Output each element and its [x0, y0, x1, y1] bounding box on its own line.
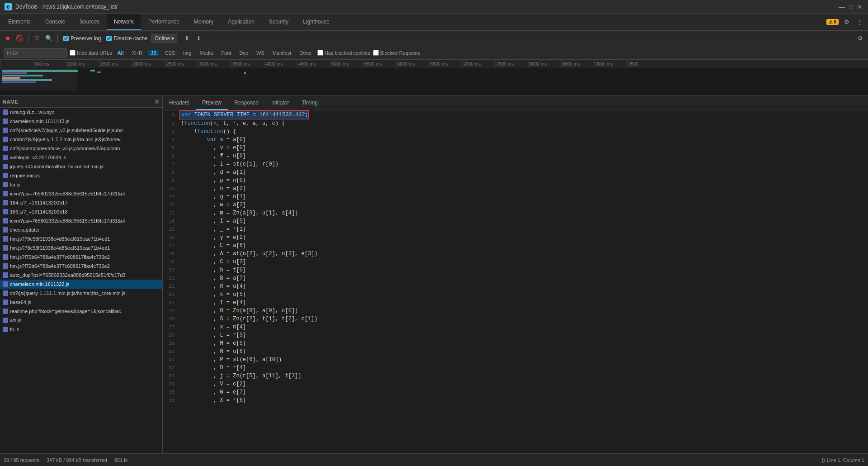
- line-content: , P = st(e[6], a[10]): [179, 356, 282, 364]
- file-item[interactable]: icvm?psi=765802332ea888d95615e51f6fc17d3…: [0, 216, 162, 225]
- svg-rect-9: [0, 68, 77, 90]
- tick-4500: 4500 ms: [297, 60, 316, 68]
- file-item[interactable]: 164.js?_=1611413200517: [0, 198, 162, 207]
- file-item[interactable]: wh.js: [0, 316, 162, 325]
- export-button[interactable]: ⬇: [193, 33, 203, 43]
- filter-all[interactable]: All: [115, 50, 127, 56]
- file-item[interactable]: realtime.php?block=getnews&page=1&jsonca…: [0, 307, 162, 316]
- disable-cache-label[interactable]: Disable cache: [104, 34, 149, 43]
- file-item[interactable]: chameleon.min.1611413.js: [0, 117, 162, 126]
- tick-3500: 3500 ms: [231, 60, 250, 68]
- tab-initiator[interactable]: Initiator: [265, 96, 295, 110]
- file-item[interactable]: rutalog.kLz...vuuoyo: [0, 108, 162, 117]
- file-item-name: tip.js: [10, 182, 20, 187]
- filter-ws[interactable]: WS: [254, 50, 267, 56]
- filter-xhr[interactable]: XHR: [129, 50, 145, 56]
- filter-img[interactable]: Img: [180, 50, 194, 56]
- more-icon[interactable]: ⋮: [855, 17, 864, 27]
- line-number: 4: [163, 136, 179, 144]
- filter-js[interactable]: JS: [148, 50, 159, 56]
- tab-console[interactable]: Console: [38, 14, 72, 30]
- table-row: 10 , h = a[2]: [163, 185, 868, 193]
- disable-cache-checkbox[interactable]: [106, 36, 112, 41]
- file-item[interactable]: auto_dup?psi=765802332ea888d95615e51f6fc…: [0, 271, 162, 280]
- cursor-position: {} Line 1, Column 1: [821, 457, 864, 463]
- file-item[interactable]: hm.js?f79b64788a4e377c608617fba4c736e2: [0, 262, 162, 271]
- file-item[interactable]: hm.js?78c58f01938e4d85eaf619eae71b4ed1: [0, 243, 162, 252]
- file-icon: [3, 236, 8, 242]
- filter-media[interactable]: Media: [197, 50, 216, 56]
- file-item[interactable]: combo?js/&jquery-1.7.2.min.js&ta.min.js&…: [0, 135, 162, 144]
- tab-sources[interactable]: Sources: [72, 14, 107, 30]
- line-content: , b = t[0]: [179, 266, 246, 274]
- filter-css[interactable]: CSS: [162, 50, 178, 56]
- file-item-name: cb?/js/jquery-1.111.1.min.js;js/home/;th…: [10, 290, 127, 296]
- tab-elements[interactable]: Elements: [1, 14, 38, 30]
- tab-lighthouse[interactable]: Lighthouse: [296, 14, 337, 30]
- file-icon: [3, 200, 8, 205]
- tab-security[interactable]: Security: [262, 14, 296, 30]
- file-icon: [3, 263, 8, 269]
- search-button[interactable]: 🔍: [44, 33, 54, 43]
- file-item[interactable]: base64.js: [0, 298, 162, 307]
- tab-application[interactable]: Application: [221, 14, 262, 30]
- file-item-name: hm.js?78c58f01938e4d85eaf619eae71b4ed1: [10, 236, 110, 242]
- file-item[interactable]: tip.js: [0, 180, 162, 189]
- has-blocked-cookies-checkbox[interactable]: Has blocked cookies: [317, 50, 370, 56]
- tab-response[interactable]: Response: [228, 96, 265, 110]
- maximize-button[interactable]: □: [847, 4, 854, 10]
- file-item[interactable]: icvm?psi=765802332ea888d95615e51f6fc17d3…: [0, 189, 162, 198]
- preserve-log-checkbox[interactable]: [63, 36, 69, 41]
- tab-headers[interactable]: Headers: [163, 96, 196, 110]
- tab-performance[interactable]: Performance: [141, 14, 187, 30]
- line-content: , I = a[5]: [179, 217, 246, 225]
- minimize-button[interactable]: —: [838, 4, 845, 10]
- line-content: , l = st(e[1], r[0]): [179, 160, 278, 168]
- code-view[interactable]: 1var TOKEN_SERVER_TIME = 1611411532.442;…: [163, 110, 868, 453]
- filter-font[interactable]: Font: [218, 50, 234, 56]
- tab-network[interactable]: Network: [107, 14, 141, 30]
- file-item[interactable]: chameleon.min.1611322.js: [0, 280, 162, 289]
- file-item[interactable]: cb?/js/article/v7/;login_v3.js;sub/headG…: [0, 126, 162, 135]
- filter-other[interactable]: Other: [297, 50, 315, 56]
- file-icon: [3, 209, 8, 214]
- file-item[interactable]: checkupdate/: [0, 225, 162, 234]
- tab-preview[interactable]: Preview: [196, 96, 228, 110]
- file-icon: [3, 327, 8, 332]
- file-item[interactable]: hm.js?78c58f01938e4d85eaf619eae71b4ed1: [0, 234, 162, 243]
- tick-7000: 7000 ms: [462, 60, 481, 68]
- tab-memory[interactable]: Memory: [187, 14, 221, 30]
- file-item[interactable]: fb.js: [0, 325, 162, 334]
- line-number: 26: [163, 315, 179, 323]
- filter-input[interactable]: [4, 48, 67, 57]
- network-toolbar: ⏺ 🚫 ▽ 🔍 Preserve log Disable cache Onlin…: [0, 31, 868, 46]
- file-item-name: hm.js?f79b64788a4e377c608617fba4c736e2: [10, 263, 110, 269]
- file-item[interactable]: require.min.js: [0, 171, 162, 180]
- online-dropdown[interactable]: Online ▾: [151, 34, 178, 43]
- file-item[interactable]: hm.js?f79b64788a4e377c608617fba4c736e2: [0, 252, 162, 262]
- blocked-requests-checkbox[interactable]: Blocked Requests: [373, 50, 420, 56]
- record-button[interactable]: ⏺: [3, 33, 13, 43]
- file-item[interactable]: jquery.mCustomScrollbar_fix.concat.min.j…: [0, 162, 162, 171]
- line-content: , M = e[5]: [179, 339, 246, 347]
- tick-8000: 8000 ms: [528, 60, 547, 68]
- clear-button[interactable]: 🚫: [14, 33, 24, 43]
- close-button[interactable]: ✕: [856, 4, 863, 10]
- file-list-close-icon[interactable]: ✕: [154, 98, 160, 105]
- settings-icon[interactable]: ⚙: [842, 17, 851, 27]
- table-row: 8 , d = a[1]: [163, 168, 868, 176]
- line-content: , d = a[1]: [179, 168, 246, 176]
- import-button[interactable]: ⬆: [182, 33, 192, 43]
- filter-icon[interactable]: ▽: [32, 33, 42, 43]
- file-item[interactable]: cb?/js/component/face_v3.js;/js/home/v5/…: [0, 144, 162, 153]
- file-item[interactable]: weblogin_v3.20170609.js: [0, 153, 162, 162]
- tab-timing[interactable]: Timing: [295, 96, 324, 110]
- filter-doc[interactable]: Doc: [236, 50, 251, 56]
- hide-data-urls-checkbox[interactable]: Hide data URLs: [70, 50, 112, 56]
- file-item[interactable]: 166.js?_=1611413200518: [0, 207, 162, 216]
- file-item[interactable]: cb?/js/jquery-1.111.1.min.js;js/home/;th…: [0, 289, 162, 298]
- filter-manifest[interactable]: Manifest: [270, 50, 294, 56]
- preserve-log-label[interactable]: Preserve log: [61, 34, 103, 43]
- settings-end-icon[interactable]: ⚙: [855, 33, 865, 43]
- line-content: , C = u[3]: [179, 258, 246, 266]
